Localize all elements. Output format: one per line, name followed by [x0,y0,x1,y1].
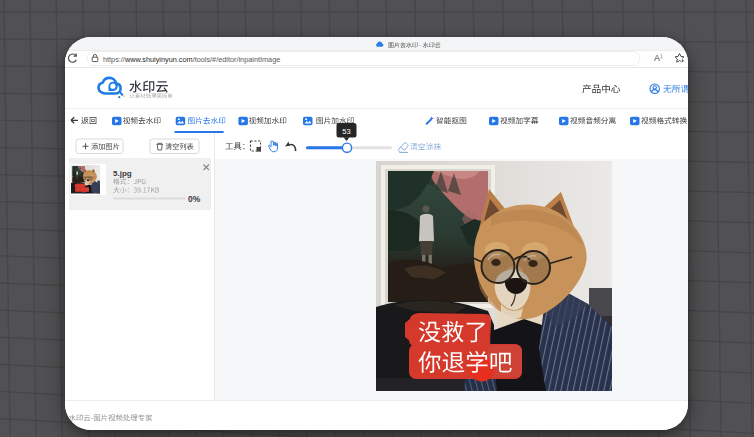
svg-text:A: A [654,53,660,63]
svg-text:https://www.shuiyinyun.com/too: https://www.shuiyinyun.com/tools/#/edito… [103,55,280,64]
svg-text:5.jpg: 5.jpg [113,169,132,178]
svg-text:0%: 0% [188,194,201,204]
svg-text:53: 53 [342,127,350,136]
svg-text:): ) [661,53,663,59]
